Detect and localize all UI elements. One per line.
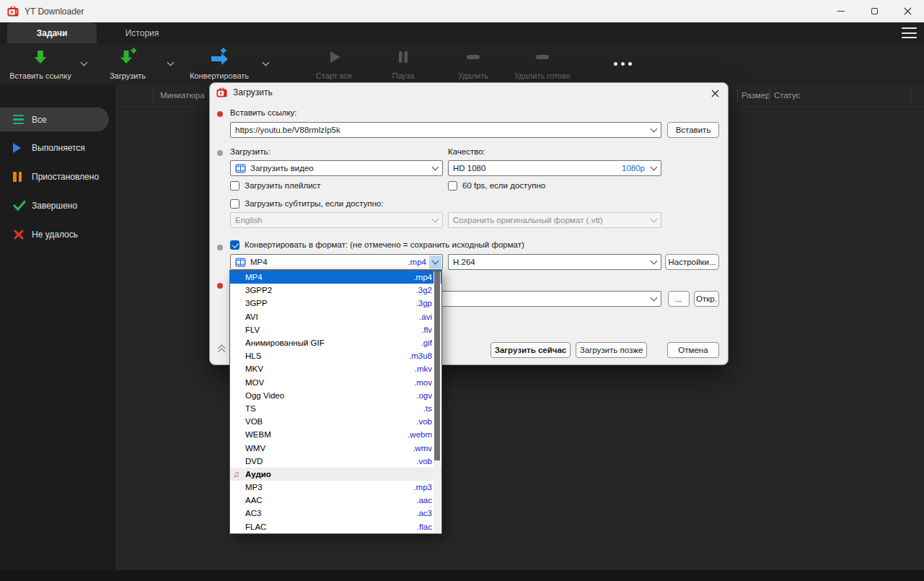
format-option-0[interactable]: MP4.mp4 xyxy=(230,271,441,284)
paste-button[interactable]: Вставить xyxy=(667,122,719,138)
settings-button[interactable]: Настройки... xyxy=(665,254,719,270)
convert-dropdown-chevron[interactable] xyxy=(258,43,273,84)
format-option-2[interactable]: 3GPP.3gp xyxy=(230,297,441,310)
play-icon xyxy=(325,48,343,69)
sidebar-item-completed[interactable]: Завершено xyxy=(0,191,115,220)
format-option-19[interactable]: FLAC.flac xyxy=(230,520,441,533)
tab-tasks[interactable]: Задачи xyxy=(7,22,97,43)
chevron-down-icon xyxy=(262,59,269,66)
fps-checkbox[interactable]: 60 fps, если доступно xyxy=(448,180,545,191)
pause-icon xyxy=(394,48,413,69)
format-ext: .mp4 xyxy=(408,258,426,266)
paste-link-button[interactable]: Вставить ссылку xyxy=(4,43,76,84)
chevron-down-icon[interactable] xyxy=(429,255,441,268)
format-extension: .vob xyxy=(416,417,432,426)
delete-button[interactable]: Удалить xyxy=(441,43,505,84)
chevron-down-icon[interactable] xyxy=(648,123,660,136)
scrollbar-thumb[interactable] xyxy=(434,271,440,460)
format-option-7[interactable]: MKV.mkv xyxy=(230,362,441,375)
format-option-17[interactable]: AAC.aac xyxy=(230,494,441,507)
download-now-button[interactable]: Загрузить сейчас xyxy=(490,342,571,358)
close-icon xyxy=(711,89,719,97)
required-bullet xyxy=(217,283,223,289)
codec-combobox[interactable]: H.264 xyxy=(448,254,661,270)
format-option-18[interactable]: AC3.ac3 xyxy=(230,507,441,520)
format-option-10[interactable]: TS.ts xyxy=(230,402,441,415)
format-option-13[interactable]: WMV.wmv xyxy=(230,441,441,454)
subtitle-format-combobox[interactable]: Сохранить оригинальный формат (.vtt) xyxy=(448,212,661,228)
more-options-button[interactable] xyxy=(606,43,639,84)
chevron-down-icon[interactable] xyxy=(648,292,660,305)
column-status[interactable]: Статус xyxy=(774,91,800,100)
close-button[interactable] xyxy=(891,0,924,22)
sidebar: Все Выполняется Приостановлено Завершено… xyxy=(0,84,115,570)
format-extension: .wmv xyxy=(413,444,432,453)
dialog-title: Загрузить xyxy=(233,87,273,97)
format-option-9[interactable]: Ogg Video.ogv xyxy=(230,389,441,402)
column-size[interactable]: Размер xyxy=(742,91,770,100)
checkbox-box xyxy=(230,181,239,191)
advanced-toggle-button[interactable] xyxy=(215,341,228,356)
convert-checkbox-label: Конвертировать в формат: (не отмечено = … xyxy=(245,240,524,249)
download-later-button[interactable]: Загрузить позже xyxy=(576,342,647,358)
chevron-down-icon[interactable] xyxy=(429,162,441,175)
format-extension: .ts xyxy=(423,404,432,413)
format-option-3[interactable]: AVI.avi xyxy=(230,310,441,323)
open-folder-button[interactable]: Откр. xyxy=(694,291,719,307)
chevron-down-icon[interactable] xyxy=(648,255,660,268)
format-option-14[interactable]: DVD.vob xyxy=(230,455,441,468)
format-option-12[interactable]: WEBM.webm xyxy=(230,428,441,441)
sidebar-item-paused[interactable]: Приостановлено xyxy=(0,162,115,191)
minimize-button[interactable] xyxy=(824,0,858,22)
sidebar-item-all[interactable]: Все xyxy=(0,108,109,131)
format-name: 3GPP2 xyxy=(245,286,416,294)
hamburger-menu-icon[interactable] xyxy=(902,27,917,38)
format-option-6[interactable]: HLS.m3u8 xyxy=(230,349,441,362)
dropdown-scrollbar[interactable] xyxy=(434,271,441,533)
format-name: MP4 xyxy=(245,273,413,281)
format-extension: .mp3 xyxy=(413,483,432,492)
column-thumbnail[interactable]: Миниатюра xyxy=(160,91,205,100)
format-option-4[interactable]: FLV.flv xyxy=(230,323,441,336)
format-extension: .3gp xyxy=(416,299,432,307)
chevron-down-icon[interactable] xyxy=(648,162,660,175)
subtitle-language-combobox[interactable]: English xyxy=(230,212,443,228)
pause-button[interactable]: Пауза xyxy=(372,43,434,84)
download-button[interactable]: Загрузить xyxy=(100,43,156,84)
bottom-taskbar-strip xyxy=(0,570,924,581)
sidebar-item-running[interactable]: Выполняется xyxy=(0,134,115,162)
quality-combobox[interactable]: HD 1080 1080p xyxy=(448,160,661,176)
format-option-11[interactable]: VOB.vob xyxy=(230,415,441,428)
format-option-16[interactable]: MP3.mp3 xyxy=(230,481,441,494)
tab-history[interactable]: История xyxy=(97,22,188,43)
download-mode-combobox[interactable]: Загрузить видео xyxy=(230,160,443,176)
format-option-8[interactable]: MOV.mov xyxy=(230,376,441,389)
browse-button[interactable]: ... xyxy=(668,291,690,307)
convert-label: Конвертировать xyxy=(190,71,249,80)
start-all-button[interactable]: Старт все xyxy=(302,43,366,84)
codec-value: H.264 xyxy=(453,258,646,266)
maximize-button[interactable] xyxy=(858,0,891,22)
format-dropdown: MP4.mp43GPP2.3g23GPP.3gpAVI.aviFLV.flvАн… xyxy=(229,270,442,534)
subtitles-checkbox[interactable]: Загрузить субтитры, если доступно: xyxy=(230,198,384,209)
convert-button[interactable]: Конвертировать xyxy=(182,43,257,84)
cancel-button[interactable]: Отмена xyxy=(667,342,719,358)
delete-done-button[interactable]: Удалить готово xyxy=(505,43,580,84)
format-extension: .mov xyxy=(414,378,432,387)
sidebar-item-failed[interactable]: Не удалось xyxy=(0,220,115,249)
format-name: HLS xyxy=(245,351,409,360)
format-option-1[interactable]: 3GPP2.3g2 xyxy=(230,284,441,297)
url-combobox[interactable]: https://youtu.be/V88rmlzIp5k xyxy=(230,122,661,138)
dialog-close-button[interactable] xyxy=(708,87,721,100)
convert-checkbox[interactable]: Конвертировать в формат: (не отмечено = … xyxy=(230,239,524,250)
download-dropdown-chevron[interactable] xyxy=(163,43,177,84)
format-option-5[interactable]: Анимированный GIF.gif xyxy=(230,336,441,349)
playlist-checkbox[interactable]: Загрузить плейлист xyxy=(230,180,321,191)
paste-link-dropdown-chevron[interactable] xyxy=(76,43,91,84)
column-separator xyxy=(769,89,770,102)
format-name: MOV xyxy=(245,378,414,387)
format-combobox[interactable]: MP4 .mp4 xyxy=(230,254,443,270)
tab-bar: Задачи История xyxy=(0,22,924,43)
app-logo-icon xyxy=(216,87,227,97)
format-name: MKV xyxy=(245,364,415,373)
